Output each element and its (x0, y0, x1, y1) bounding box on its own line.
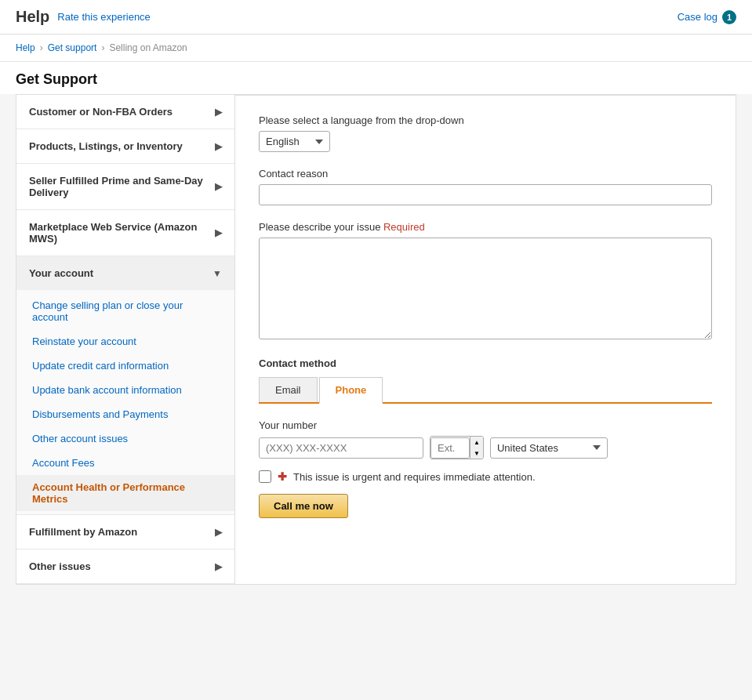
sidebar-link-disbursements[interactable]: Disbursements and Payments (16, 402, 234, 426)
tab-email[interactable]: Email (259, 377, 318, 402)
ext-down-button[interactable]: ▼ (470, 448, 483, 459)
sidebar-label-your-account: Your account (29, 267, 93, 279)
sidebar-item-customer-orders: Customer or Non-FBA Orders ▶ (16, 95, 234, 129)
urgent-text: This issue is urgent and requires immedi… (293, 471, 536, 483)
sidebar: Customer or Non-FBA Orders ▶ Products, L… (16, 95, 235, 585)
breadcrumb-sep1: › (40, 42, 43, 53)
sidebar-link-account-health[interactable]: Account Health or Performance Metrics (16, 475, 234, 511)
arrow-mws: ▶ (215, 227, 222, 238)
issue-label: Please describe your issue Required (259, 221, 712, 233)
phone-row: ▲ ▼ United States Canada United Kingdom … (259, 436, 712, 459)
sidebar-label-mws: Marketplace Web Service (Amazon MWS) (29, 221, 215, 245)
sidebar-item-mws: Marketplace Web Service (Amazon MWS) ▶ (16, 210, 234, 256)
help-title: Help (16, 8, 49, 26)
ext-up-button[interactable]: ▲ (470, 437, 483, 448)
sidebar-header-your-account[interactable]: Your account ▼ (16, 256, 234, 290)
sidebar-header-mws[interactable]: Marketplace Web Service (Amazon MWS) ▶ (16, 210, 234, 256)
case-log-badge: 1 (722, 10, 736, 24)
issue-textarea[interactable] (259, 238, 712, 339)
arrow-customer-orders: ▶ (215, 107, 222, 118)
arrow-products: ▶ (215, 141, 222, 152)
ext-input[interactable] (430, 437, 470, 459)
main-layout: Customer or Non-FBA Orders ▶ Products, L… (0, 94, 752, 600)
right-panel: Please select a language from the drop-d… (235, 95, 736, 585)
page-title-area: Get Support (0, 62, 752, 94)
case-log-label: Case log (678, 11, 717, 23)
ext-spinners: ▲ ▼ (470, 437, 483, 459)
sidebar-item-other-issues: Other issues ▶ (16, 549, 234, 584)
sidebar-item-sfp: Seller Fulfilled Prime and Same-Day Deli… (16, 164, 234, 210)
breadcrumb-sep2: › (101, 42, 104, 53)
contact-reason-input[interactable]: Other account issues (259, 184, 712, 205)
sidebar-label-fba: Fulfillment by Amazon (29, 526, 137, 538)
sidebar-item-your-account: Your account ▼ Change selling plan or cl… (16, 256, 234, 515)
arrow-other-issues: ▶ (215, 561, 222, 572)
urgent-icon: ✚ (278, 470, 287, 483)
sidebar-header-sfp[interactable]: Seller Fulfilled Prime and Same-Day Deli… (16, 164, 234, 209)
rate-experience-link[interactable]: Rate this experience (57, 11, 151, 23)
breadcrumb-get-support[interactable]: Get support (48, 42, 97, 53)
sidebar-label-other-issues: Other issues (29, 560, 91, 572)
sidebar-header-customer-orders[interactable]: Customer or Non-FBA Orders ▶ (16, 95, 234, 129)
breadcrumb-help[interactable]: Help (16, 42, 35, 53)
arrow-your-account: ▼ (213, 268, 222, 279)
sidebar-header-fba[interactable]: Fulfillment by Amazon ▶ (16, 515, 234, 549)
top-header: Help Rate this experience Case log 1 (0, 0, 752, 34)
header-left: Help Rate this experience (16, 8, 151, 26)
sidebar-label-products: Products, Listings, or Inventory (29, 140, 183, 152)
tab-phone[interactable]: Phone (319, 377, 383, 404)
phone-section: Your number ▲ ▼ United States Ca (259, 416, 712, 521)
sidebar-item-fba: Fulfillment by Amazon ▶ (16, 515, 234, 549)
sidebar-link-account-fees[interactable]: Account Fees (16, 451, 234, 475)
sidebar-link-bank-account[interactable]: Update bank account information (16, 378, 234, 402)
language-label: Please select a language from the drop-d… (259, 114, 712, 126)
ext-wrapper: ▲ ▼ (430, 436, 484, 459)
phone-input[interactable] (259, 437, 423, 459)
arrow-sfp: ▶ (215, 181, 222, 192)
language-section: Please select a language from the drop-d… (259, 114, 712, 152)
country-select[interactable]: United States Canada United Kingdom Aust… (490, 437, 608, 459)
urgent-row: ✚ This issue is urgent and requires imme… (259, 470, 712, 483)
page-title: Get Support (16, 71, 736, 88)
breadcrumb-current: Selling on Amazon (109, 42, 187, 53)
issue-label-text: Please describe your issue (259, 221, 380, 233)
issue-section: Please describe your issue Required (259, 221, 712, 342)
arrow-fba: ▶ (215, 527, 222, 538)
sidebar-header-other-issues[interactable]: Other issues ▶ (16, 549, 234, 583)
sidebar-link-reinstate[interactable]: Reinstate your account (16, 329, 234, 354)
breadcrumb: Help › Get support › Selling on Amazon (0, 34, 752, 62)
your-number-label: Your number (259, 419, 712, 431)
sidebar-link-change-selling-plan[interactable]: Change selling plan or close your accoun… (16, 293, 234, 329)
content-inner: Customer or Non-FBA Orders ▶ Products, L… (16, 94, 736, 585)
contact-reason-section: Contact reason Other account issues (259, 168, 712, 205)
contact-method-label: Contact method (259, 357, 712, 369)
sidebar-submenu-your-account: Change selling plan or close your accoun… (16, 290, 234, 514)
sidebar-link-other-account[interactable]: Other account issues (16, 426, 234, 451)
contact-method-section: Contact method Email Phone Your number ▲ (259, 357, 712, 521)
call-me-now-button[interactable]: Call me now (259, 494, 348, 518)
urgent-checkbox[interactable] (259, 470, 271, 483)
sidebar-item-products: Products, Listings, or Inventory ▶ (16, 129, 234, 164)
language-select[interactable]: English Spanish French German Japanese (259, 131, 330, 152)
issue-required: Required (383, 221, 425, 233)
case-log[interactable]: Case log 1 (678, 10, 736, 24)
sidebar-header-products[interactable]: Products, Listings, or Inventory ▶ (16, 129, 234, 163)
sidebar-label-sfp: Seller Fulfilled Prime and Same-Day Deli… (29, 175, 215, 198)
contact-tabs: Email Phone (259, 377, 712, 404)
sidebar-link-credit-card[interactable]: Update credit card information (16, 354, 234, 378)
sidebar-label-customer-orders: Customer or Non-FBA Orders (29, 106, 173, 118)
contact-reason-label: Contact reason (259, 168, 712, 180)
